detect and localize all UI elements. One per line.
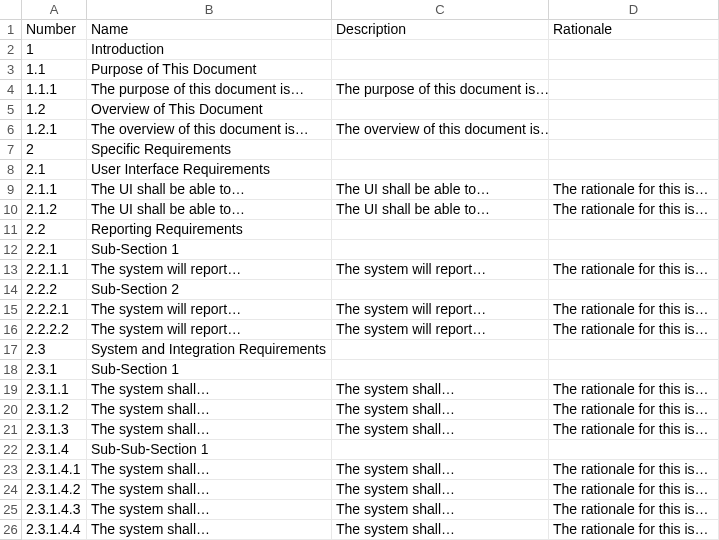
- data-cell[interactable]: The rationale for this is…: [549, 520, 719, 540]
- row-header-12[interactable]: 12: [0, 240, 22, 260]
- data-cell[interactable]: [332, 140, 549, 160]
- row-header-1[interactable]: 1: [0, 20, 22, 40]
- data-cell[interactable]: 2.3.1.4.3: [22, 500, 87, 520]
- row-header-13[interactable]: 13: [0, 260, 22, 280]
- row-header-7[interactable]: 7: [0, 140, 22, 160]
- row-header-21[interactable]: 21: [0, 420, 22, 440]
- header-cell[interactable]: Description: [332, 20, 549, 40]
- row-header-9[interactable]: 9: [0, 180, 22, 200]
- header-cell[interactable]: Number: [22, 20, 87, 40]
- data-cell[interactable]: The rationale for this is…: [549, 260, 719, 280]
- data-cell[interactable]: The system shall…: [87, 380, 332, 400]
- data-cell[interactable]: The UI shall be able to…: [87, 180, 332, 200]
- header-cell[interactable]: Rationale: [549, 20, 719, 40]
- data-cell[interactable]: The system shall…: [87, 420, 332, 440]
- data-cell[interactable]: [332, 160, 549, 180]
- data-cell[interactable]: The purpose of this document is…: [332, 80, 549, 100]
- row-header-26[interactable]: 26: [0, 520, 22, 540]
- data-cell[interactable]: Specific Requirements: [87, 140, 332, 160]
- data-cell[interactable]: 2.2.2: [22, 280, 87, 300]
- data-cell[interactable]: The rationale for this is…: [549, 380, 719, 400]
- row-header-20[interactable]: 20: [0, 400, 22, 420]
- data-cell[interactable]: The rationale for this is…: [549, 460, 719, 480]
- data-cell[interactable]: [332, 220, 549, 240]
- data-cell[interactable]: 2.1.2: [22, 200, 87, 220]
- data-cell[interactable]: [549, 40, 719, 60]
- data-cell[interactable]: Introduction: [87, 40, 332, 60]
- data-cell[interactable]: The system shall…: [332, 480, 549, 500]
- data-cell[interactable]: [332, 280, 549, 300]
- data-cell[interactable]: 2.3.1.3: [22, 420, 87, 440]
- row-header-6[interactable]: 6: [0, 120, 22, 140]
- data-cell[interactable]: 1.2.1: [22, 120, 87, 140]
- data-cell[interactable]: 2.3: [22, 340, 87, 360]
- row-header-23[interactable]: 23: [0, 460, 22, 480]
- data-cell[interactable]: The rationale for this is…: [549, 180, 719, 200]
- data-cell[interactable]: Sub-Section 2: [87, 280, 332, 300]
- data-cell[interactable]: [549, 160, 719, 180]
- data-cell[interactable]: The rationale for this is…: [549, 420, 719, 440]
- data-cell[interactable]: [549, 360, 719, 380]
- data-cell[interactable]: 2.2.1.1: [22, 260, 87, 280]
- data-cell[interactable]: 1.1: [22, 60, 87, 80]
- data-cell[interactable]: 1.2: [22, 100, 87, 120]
- data-cell[interactable]: Sub-Section 1: [87, 360, 332, 380]
- column-header-C[interactable]: C: [332, 0, 549, 20]
- data-cell[interactable]: The UI shall be able to…: [332, 200, 549, 220]
- data-cell[interactable]: The rationale for this is…: [549, 480, 719, 500]
- data-cell[interactable]: [549, 80, 719, 100]
- data-cell[interactable]: The rationale for this is…: [549, 200, 719, 220]
- data-cell[interactable]: The rationale for this is…: [549, 320, 719, 340]
- row-header-16[interactable]: 16: [0, 320, 22, 340]
- data-cell[interactable]: The system will report…: [87, 300, 332, 320]
- data-cell[interactable]: [332, 60, 549, 80]
- data-cell[interactable]: 2.3.1.4.4: [22, 520, 87, 540]
- data-cell[interactable]: [549, 100, 719, 120]
- row-header-8[interactable]: 8: [0, 160, 22, 180]
- row-header-15[interactable]: 15: [0, 300, 22, 320]
- data-cell[interactable]: The system shall…: [332, 500, 549, 520]
- data-cell[interactable]: [332, 340, 549, 360]
- data-cell[interactable]: The system shall…: [332, 380, 549, 400]
- data-cell[interactable]: Reporting Requirements: [87, 220, 332, 240]
- data-cell[interactable]: 2.2.1: [22, 240, 87, 260]
- data-cell[interactable]: [549, 440, 719, 460]
- data-cell[interactable]: The system shall…: [87, 460, 332, 480]
- data-cell[interactable]: The system shall…: [332, 460, 549, 480]
- data-cell[interactable]: User Interface Requirements: [87, 160, 332, 180]
- row-header-11[interactable]: 11: [0, 220, 22, 240]
- data-cell[interactable]: 2.2: [22, 220, 87, 240]
- row-header-10[interactable]: 10: [0, 200, 22, 220]
- data-cell[interactable]: The system shall…: [332, 400, 549, 420]
- data-cell[interactable]: 2.3.1.2: [22, 400, 87, 420]
- data-cell[interactable]: 2.3.1.1: [22, 380, 87, 400]
- data-cell[interactable]: The overview of this document is…: [87, 120, 332, 140]
- row-header-14[interactable]: 14: [0, 280, 22, 300]
- data-cell[interactable]: The rationale for this is…: [549, 500, 719, 520]
- data-cell[interactable]: The rationale for this is…: [549, 300, 719, 320]
- data-cell[interactable]: The overview of this document is…: [332, 120, 549, 140]
- row-header-4[interactable]: 4: [0, 80, 22, 100]
- data-cell[interactable]: [332, 240, 549, 260]
- data-cell[interactable]: [549, 60, 719, 80]
- row-header-22[interactable]: 22: [0, 440, 22, 460]
- data-cell[interactable]: [549, 340, 719, 360]
- data-cell[interactable]: The system will report…: [332, 300, 549, 320]
- row-header-19[interactable]: 19: [0, 380, 22, 400]
- row-header-17[interactable]: 17: [0, 340, 22, 360]
- data-cell[interactable]: 2.3.1.4.1: [22, 460, 87, 480]
- data-cell[interactable]: [549, 280, 719, 300]
- data-cell[interactable]: Purpose of This Document: [87, 60, 332, 80]
- data-cell[interactable]: Overview of This Document: [87, 100, 332, 120]
- data-cell[interactable]: 2: [22, 140, 87, 160]
- data-cell[interactable]: 2.1.1: [22, 180, 87, 200]
- data-cell[interactable]: System and Integration Requirements: [87, 340, 332, 360]
- data-cell[interactable]: [332, 360, 549, 380]
- data-cell[interactable]: The system will report…: [87, 320, 332, 340]
- data-cell[interactable]: The system shall…: [332, 520, 549, 540]
- row-header-18[interactable]: 18: [0, 360, 22, 380]
- data-cell[interactable]: The purpose of this document is…: [87, 80, 332, 100]
- data-cell[interactable]: The UI shall be able to…: [332, 180, 549, 200]
- data-cell[interactable]: The system shall…: [332, 420, 549, 440]
- data-cell[interactable]: The system shall…: [87, 480, 332, 500]
